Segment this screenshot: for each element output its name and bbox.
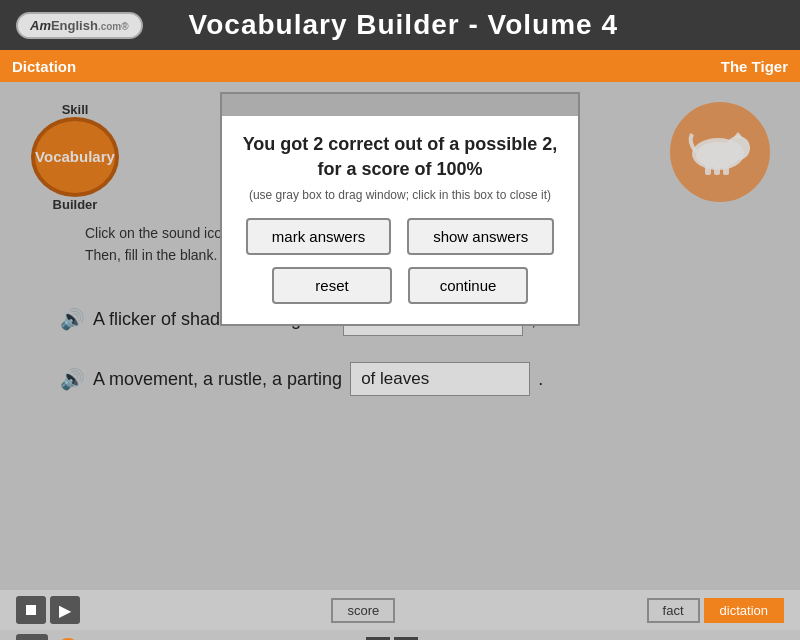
page-title: Vocabulary Builder - Volume 4 bbox=[189, 9, 618, 41]
footer-bar2: 🏠 1 ◀ ▶ bbox=[0, 630, 800, 640]
navbar: Dictation The Tiger bbox=[0, 50, 800, 82]
modal-overlay[interactable]: You got 2 correct out of a possible 2,fo… bbox=[0, 82, 800, 590]
continue-button[interactable]: continue bbox=[408, 267, 528, 304]
playback-controls: ⏹ ▶ bbox=[16, 596, 80, 624]
main-content: Skill Vocabulary Builder Click on the so… bbox=[0, 82, 800, 590]
show-answers-button[interactable]: show answers bbox=[407, 218, 554, 255]
header: AmEnglish.com® Vocabulary Builder - Volu… bbox=[0, 0, 800, 50]
fact-button[interactable]: fact bbox=[647, 598, 700, 623]
reset-button[interactable]: reset bbox=[272, 267, 392, 304]
stop-button[interactable]: ⏹ bbox=[16, 596, 46, 624]
modal-buttons-row2: reset continue bbox=[242, 267, 558, 304]
navbar-lesson: The Tiger bbox=[721, 58, 788, 75]
modal-body[interactable]: You got 2 correct out of a possible 2,fo… bbox=[222, 116, 578, 324]
home-button[interactable]: 🏠 bbox=[16, 634, 48, 640]
play-button[interactable]: ▶ bbox=[50, 596, 80, 624]
dictation-button[interactable]: dictation bbox=[704, 598, 784, 623]
footer-bar1: ⏹ ▶ score fact dictation bbox=[0, 590, 800, 630]
mode-buttons: fact dictation bbox=[647, 598, 784, 623]
home-area: 🏠 1 bbox=[16, 634, 80, 640]
logo: AmEnglish.com® bbox=[16, 12, 143, 39]
mark-answers-button[interactable]: mark answers bbox=[246, 218, 391, 255]
navbar-section: Dictation bbox=[12, 58, 76, 75]
modal-hint: (use gray box to drag window; click in t… bbox=[242, 188, 558, 202]
logo-area: AmEnglish.com® bbox=[16, 12, 143, 39]
score-button[interactable]: score bbox=[331, 598, 395, 623]
modal-dialog[interactable]: You got 2 correct out of a possible 2,fo… bbox=[220, 92, 580, 326]
modal-drag-handle[interactable] bbox=[222, 94, 578, 116]
modal-score-text: You got 2 correct out of a possible 2,fo… bbox=[242, 132, 558, 182]
modal-buttons-row1: mark answers show answers bbox=[242, 218, 558, 255]
